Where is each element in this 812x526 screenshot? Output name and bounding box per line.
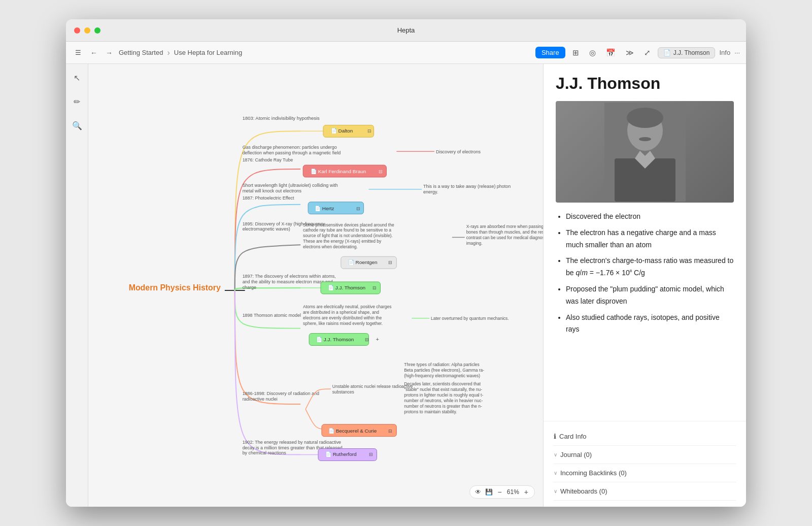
svg-text:substances: substances [332, 389, 354, 394]
breadcrumb-use-hepta[interactable]: Use Hepta for Learning [174, 49, 242, 56]
svg-text:radioactive nuclei: radioactive nuclei [243, 397, 278, 402]
search-tool[interactable]: 🔍 [69, 118, 85, 134]
svg-text:⊟: ⊟ [369, 452, 373, 457]
svg-text:by chemical reactions: by chemical reactions [243, 451, 287, 456]
svg-text:📄 Roentgen: 📄 Roentgen [348, 259, 378, 266]
svg-text:X-rays are absorbed more when : X-rays are absorbed more when passing [466, 224, 543, 229]
bullet-2: The electron has a negative charge and a… [566, 227, 734, 251]
svg-text:⊟: ⊟ [367, 128, 371, 134]
view-toggle-button[interactable]: ⊞ [569, 46, 582, 59]
info-button[interactable]: Info [719, 49, 730, 56]
svg-text:and the ability to measure ele: and the ability to measure electron mass… [243, 279, 333, 284]
svg-text:📄 J.J. Thomson: 📄 J.J. Thomson [328, 284, 365, 291]
svg-text:source of light that is not un: source of light that is not understood (… [303, 233, 393, 238]
backlinks-label: Incoming Backlinks (0) [560, 469, 627, 477]
svg-text:Beta particles (free electrons: Beta particles (free electrons), Gamma r… [404, 368, 484, 373]
svg-text:Gas discharge phenomenon: part: Gas discharge phenomenon: particles unde… [243, 145, 337, 150]
note-content: J.J. Thomson [544, 64, 746, 421]
svg-text:bones than through muscles, an: bones than through muscles, and the res- [466, 229, 543, 235]
toolbar: ☰ ← → Getting Started › Use Hepta for Le… [66, 42, 746, 64]
svg-text:1886-1898: Discovery of radiat: 1886-1898: Discovery of radiation and [243, 391, 319, 396]
main-content: ↖ ✏ 🔍 Modern Physics History [66, 64, 746, 507]
bullet-5: Also studied cathode rays, isotopes, and… [566, 312, 734, 336]
svg-text:number of neutrons, while in h: number of neutrons, while in heavier nuc… [404, 398, 483, 403]
layer-button[interactable]: ◎ [586, 46, 599, 59]
share-button[interactable]: Share [535, 47, 565, 58]
zoom-minus-button[interactable]: − [497, 488, 503, 496]
svg-text:Discovery of electrons: Discovery of electrons [436, 149, 481, 154]
window-title: Hepta [397, 26, 415, 34]
svg-text:⊟: ⊟ [388, 260, 392, 265]
svg-text:Some photosensitive devices pl: Some photosensitive devices placed aroun… [303, 222, 394, 227]
whiteboards-item[interactable]: ∨ Whiteboards (0) [554, 482, 736, 501]
svg-text:sphere, like raisins mixed eve: sphere, like raisins mixed evenly togeth… [303, 321, 383, 326]
toolbar-right: Share ⊞ ◎ 📅 ≫ ⤢ 📄 J.J. Thomson Info ··· [535, 46, 740, 59]
svg-text:1898 Thomson atomic model: 1898 Thomson atomic model [243, 313, 301, 318]
svg-text:are distributed in a spherical: are distributed in a spherical shape, an… [303, 310, 379, 315]
maximize-button[interactable] [94, 27, 100, 34]
note-title: J.J. Thomson [556, 74, 734, 93]
svg-text:"stable" nuclei that exist nat: "stable" nuclei that exist naturally, th… [404, 387, 482, 392]
root-label: Modern Physics History [129, 283, 221, 292]
breadcrumb-getting-started[interactable]: Getting Started [119, 49, 163, 56]
close-button[interactable] [74, 27, 80, 34]
whiteboards-label: Whiteboards (0) [560, 487, 607, 495]
svg-text:metal will knock out electrons: metal will knock out electrons [243, 188, 302, 193]
doc-tab[interactable]: 📄 J.J. Thomson [658, 47, 716, 58]
cursor-tool[interactable]: ↖ [71, 70, 83, 86]
svg-text:Later overturned by quantum me: Later overturned by quantum mechanics. [431, 316, 509, 321]
svg-text:1887: Photoelectric Effect: 1887: Photoelectric Effect [243, 195, 294, 201]
card-info-header[interactable]: ℹ Card Info [554, 428, 736, 446]
svg-text:Unstable atomic nuclei release: Unstable atomic nuclei release radioacti… [332, 384, 413, 389]
pen-tool[interactable]: ✏ [71, 94, 83, 110]
fullscreen-button[interactable]: ⤢ [641, 46, 654, 59]
minimize-button[interactable] [84, 27, 90, 34]
doc-tab-title: J.J. Thomson [673, 49, 710, 56]
svg-text:Atoms are electrically neutral: Atoms are electrically neutral, positive… [303, 304, 391, 309]
card-info-icon: ℹ [554, 433, 556, 440]
svg-text:📄 Hertz: 📄 Hertz [315, 205, 334, 212]
svg-text:📄 Becquerel & Curie: 📄 Becquerel & Curie [328, 428, 377, 434]
jj-thomson-photo [556, 101, 734, 203]
calendar-button[interactable]: 📅 [603, 46, 619, 59]
svg-text:+: + [376, 337, 379, 343]
right-panel: J.J. Thomson [543, 64, 746, 507]
zoom-controls: 👁 💾 − 61% + [469, 485, 535, 499]
expand-button[interactable]: ≫ [623, 46, 637, 59]
traffic-lights [74, 27, 100, 34]
backlinks-item[interactable]: ∨ Incoming Backlinks (0) [554, 464, 736, 482]
svg-text:electrons when decelerating.: electrons when decelerating. [303, 244, 358, 249]
svg-text:⊟: ⊟ [379, 169, 383, 174]
bullet-4: Proposed the "plum pudding" atomic model… [566, 283, 734, 308]
svg-text:electromagnetic waves): electromagnetic waves) [243, 226, 290, 232]
svg-text:1876: Cathode Ray Tube: 1876: Cathode Ray Tube [243, 157, 293, 162]
journal-item[interactable]: ∨ Journal (0) [554, 446, 736, 464]
svg-text:number of neutrons is greater : number of neutrons is greater than the n… [404, 404, 482, 409]
mindmap-area[interactable]: Modern Physics History [88, 64, 543, 507]
note-bullets: Discovered the electron The electron has… [556, 211, 734, 336]
toolbar-left: ☰ ← → Getting Started › Use Hepta for Le… [72, 47, 531, 59]
breadcrumb-separator: › [167, 48, 170, 57]
svg-text:protons in lighter nuclei is r: protons in lighter nuclei is roughly equ… [404, 392, 483, 398]
svg-text:These are the energy (X-rays) : These are the energy (X-rays) emitted by [303, 239, 382, 244]
svg-text:⊟: ⊟ [365, 338, 369, 343]
svg-text:charge: charge [243, 285, 256, 290]
svg-text:cathode ray tube are found to : cathode ray tube are found to be sensiti… [303, 227, 391, 233]
app-window: Hepta ☰ ← → Getting Started › Use Hepta … [66, 19, 746, 507]
svg-point-80 [627, 108, 663, 128]
svg-text:1897: The discovery of electro: 1897: The discovery of electrons within … [243, 274, 336, 279]
forward-button[interactable]: → [104, 47, 115, 59]
zoom-plus-button[interactable]: + [523, 488, 529, 496]
journal-label: Journal (0) [560, 451, 592, 458]
svg-text:📄 J.J. Thomson: 📄 J.J. Thomson [316, 337, 354, 343]
svg-text:1902: The energy released by n: 1902: The energy released by natural rad… [243, 440, 341, 445]
more-button[interactable]: ··· [734, 49, 740, 56]
svg-text:Short wavelength light (ultrav: Short wavelength light (ultraviolet) col… [243, 183, 338, 188]
sidebar: ↖ ✏ 🔍 [66, 64, 88, 507]
svg-text:protons to maintain stability.: protons to maintain stability. [404, 409, 457, 414]
svg-text:Decades later, scientists disc: Decades later, scientists discovered tha… [404, 381, 481, 386]
menu-button[interactable]: ☰ [72, 47, 84, 58]
back-button[interactable]: ← [88, 47, 99, 59]
zoom-eye-icon: 👁 [475, 488, 481, 496]
journal-chevron: ∨ [554, 452, 557, 457]
